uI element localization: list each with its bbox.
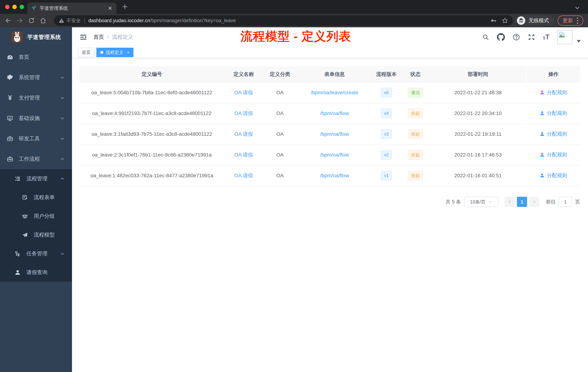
status-badge: 挂起 (408, 171, 423, 181)
tag-process-definition[interactable]: 流程定义 × (96, 48, 134, 57)
browser-tab[interactable]: 芋道管理系统 ✕ (27, 2, 116, 14)
favicon-sprout-icon (31, 5, 37, 11)
sidebar: 芋道管理系统 首页 系统管理 ¥ 支付管理 (0, 27, 72, 372)
sidebar-item-label: 请假查询 (26, 269, 47, 276)
home-button[interactable] (40, 17, 47, 24)
fullscreen-icon[interactable] (528, 33, 535, 41)
forward-button[interactable] (16, 17, 23, 24)
sidebar-item-home[interactable]: 首页 (0, 47, 72, 67)
definition-name-link[interactable]: OA 请假 (234, 110, 253, 116)
assign-rule-button[interactable]: 分配规则 (540, 110, 567, 117)
definition-name-link[interactable]: OA 请假 (234, 90, 253, 95)
font-size-icon[interactable]: TT (543, 33, 549, 41)
tag-label: 首页 (82, 50, 91, 55)
user-icon (540, 90, 545, 95)
tag-home[interactable]: 首页 (78, 48, 94, 57)
reload-button[interactable] (28, 17, 35, 24)
toolbox-icon (6, 135, 14, 142)
sidebar-item-label: 工作流程 (19, 155, 40, 163)
breadcrumb-home[interactable]: 首页 (94, 33, 104, 41)
chevron-down-icon (60, 251, 65, 256)
definition-name-link[interactable]: OA 请假 (234, 173, 253, 178)
browser-toolbar: 不安全 dashboard.yudao.iocoder.cn/bpm/manag… (0, 14, 588, 27)
insecure-label: 不安全 (67, 17, 81, 24)
sidebar-item-devtools[interactable]: 研发工具 (0, 129, 72, 149)
sidebar-item-process-management[interactable]: 流程管理 (0, 169, 72, 188)
col-form-info: 表单信息 (297, 66, 372, 82)
form-info-link[interactable]: /bpm/oa/flow (320, 173, 349, 178)
current-page-button[interactable]: 1 (517, 197, 527, 207)
tab-close-icon[interactable]: ✕ (108, 5, 112, 11)
user-icon (14, 269, 22, 275)
goto-page-input[interactable] (559, 197, 572, 207)
version-badge: v2 (381, 150, 392, 160)
yen-icon: ¥ (6, 94, 14, 102)
tree-icon (14, 251, 22, 257)
form-info-link[interactable]: /bpm/oa/flow (320, 152, 349, 158)
breadcrumb-separator: / (107, 34, 109, 40)
sidebar-item-payment[interactable]: ¥ 支付管理 (0, 88, 72, 108)
new-tab-button[interactable] (121, 3, 128, 11)
chevron-down-icon (60, 136, 65, 141)
version-badge: v1 (381, 171, 392, 181)
table-header-row: 定义编号 定义名称 定义分类 表单信息 流程版本 状态 部署时间 操作 (79, 66, 580, 82)
password-key-icon[interactable] (490, 17, 496, 24)
col-definition-name: 定义名称 (225, 66, 263, 82)
back-button[interactable] (5, 17, 12, 24)
window-close-button[interactable] (5, 5, 10, 9)
url-bar[interactable]: 不安全 dashboard.yudao.iocoder.cn/bpm/manag… (54, 15, 513, 26)
form-info-link[interactable]: /bpm/oa/flow (320, 131, 349, 137)
sidebar-item-system[interactable]: 系统管理 (0, 67, 72, 88)
sidebar-item-task-management[interactable]: 任务管理 (0, 244, 72, 263)
col-process-version: 流程版本 (372, 66, 401, 82)
sidebar-item-process-form[interactable]: 流程表单 (0, 188, 72, 207)
tab-search-chevron-icon[interactable] (575, 5, 580, 11)
avatar-dropdown-caret[interactable] (577, 40, 581, 43)
bookmark-star-icon[interactable] (502, 17, 508, 24)
sidebar-item-label: 支付管理 (19, 94, 40, 101)
github-icon[interactable] (497, 33, 505, 41)
top-navbar: 首页 / 流程定义 流程模型 - 定义列表 TT (72, 27, 588, 47)
assign-rule-button[interactable]: 分配规则 (540, 172, 567, 179)
cell-deploy-time: 2022-01-22 21:48:38 (430, 82, 526, 103)
col-status: 状态 (401, 66, 430, 82)
sidebar-collapse-icon[interactable] (79, 33, 87, 41)
next-page-button[interactable] (529, 197, 539, 207)
help-icon[interactable] (513, 33, 520, 41)
definition-name-link[interactable]: OA 请假 (234, 131, 253, 137)
sidebar-item-user-group[interactable]: 用户分组 (0, 207, 72, 226)
page-size-select[interactable]: 10条/页 (464, 197, 498, 207)
browser-tabstrip: 芋道管理系统 ✕ (0, 0, 588, 14)
status-badge: 挂起 (408, 150, 423, 160)
col-definition-category: 定义分类 (263, 66, 297, 82)
browser-update-button[interactable]: 更新 (558, 15, 583, 26)
definition-name-link[interactable]: OA 请假 (234, 152, 253, 158)
insecure-warning-icon[interactable] (59, 18, 64, 23)
sidebar-item-infrastructure[interactable]: 基础设施 (0, 108, 72, 129)
form-info-link[interactable]: /bpm/oa/flow (320, 110, 349, 116)
user-icon (540, 152, 545, 157)
paper-plane-icon (21, 232, 29, 238)
robot-face-icon (21, 213, 29, 219)
dashboard-icon (6, 54, 14, 60)
tag-close-icon[interactable]: × (127, 50, 129, 55)
active-tag-dot (100, 51, 103, 54)
chevron-down-icon (488, 200, 492, 204)
window-zoom-button[interactable] (20, 5, 24, 9)
search-icon[interactable] (482, 33, 489, 41)
assign-rule-button[interactable]: 分配规则 (540, 89, 567, 96)
cell-definition-id: oa_leave:4:991f2193-7b7f-11ec-a3c8-acde4… (79, 103, 225, 124)
window-minimize-button[interactable] (12, 5, 17, 9)
assign-rule-button[interactable]: 分配规则 (540, 131, 567, 137)
browser-menu-icon[interactable] (577, 17, 578, 24)
goto-label: 前往 (546, 198, 556, 205)
cell-deploy-time: 2022-01-22 20:34:10 (430, 103, 526, 124)
prev-page-button[interactable] (504, 197, 515, 207)
avatar[interactable] (557, 30, 572, 44)
sidebar-item-process-model[interactable]: 流程模型 (0, 226, 72, 244)
cell-category: OA (263, 103, 297, 124)
sidebar-item-leave-query[interactable]: 请假查询 (0, 263, 72, 282)
form-info-link[interactable]: /bpm/oa/leave/create (311, 90, 358, 95)
assign-rule-button[interactable]: 分配规则 (540, 151, 567, 158)
sidebar-item-workflow[interactable]: 工作流程 (0, 149, 72, 169)
